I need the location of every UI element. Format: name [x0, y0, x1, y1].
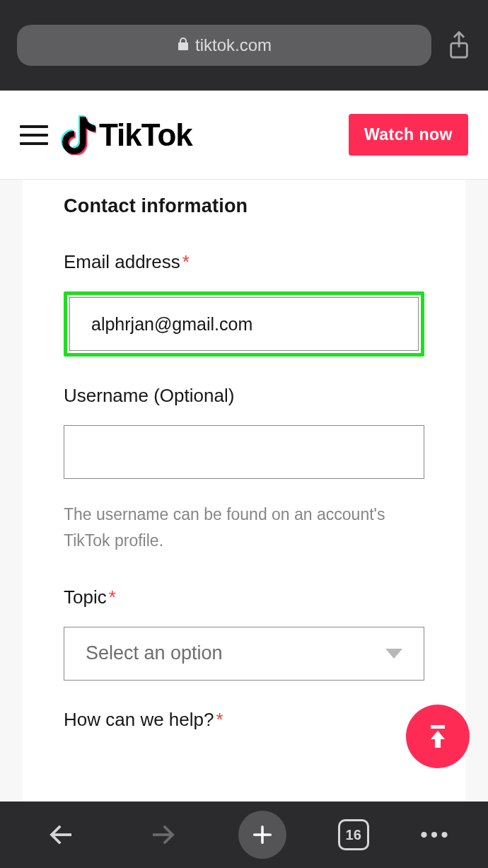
topic-field-group: Topic* Select an option — [64, 586, 424, 681]
lock-icon — [177, 37, 190, 54]
help-label: How can we help?* — [64, 709, 424, 731]
plus-icon — [250, 823, 274, 847]
url-host: tiktok.com — [195, 35, 272, 55]
arrow-left-icon — [47, 820, 76, 850]
email-label: Email address* — [64, 251, 424, 273]
username-input[interactable] — [64, 425, 424, 479]
more-button[interactable]: ••• — [420, 823, 451, 847]
username-hint: The username can be found on an account'… — [64, 502, 424, 554]
arrow-top-icon — [424, 721, 452, 752]
help-field-group: How can we help?* — [64, 709, 424, 731]
back-button[interactable] — [37, 810, 86, 860]
username-label: Username (Optional) — [64, 385, 424, 407]
watch-now-button[interactable]: Watch now — [349, 114, 468, 156]
scroll-top-fab[interactable] — [406, 705, 470, 768]
section-title: Contact information — [64, 195, 424, 217]
required-asterisk: * — [109, 586, 116, 608]
tabs-button[interactable]: 16 — [338, 819, 369, 850]
tiktok-note-icon — [61, 115, 96, 155]
hamburger-icon[interactable] — [20, 120, 48, 151]
topic-placeholder: Select an option — [86, 642, 223, 664]
email-highlight-box — [64, 291, 424, 357]
svg-rect-1 — [431, 725, 445, 729]
required-asterisk: * — [182, 251, 190, 272]
url-bar[interactable]: tiktok.com — [17, 25, 431, 66]
share-icon[interactable] — [447, 31, 471, 59]
browser-top-bar: tiktok.com — [0, 0, 488, 91]
app-header: TikTok Watch now — [0, 91, 488, 180]
tabs-count: 16 — [346, 827, 361, 843]
arrow-right-icon — [148, 820, 178, 850]
topic-label: Topic* — [64, 586, 424, 608]
browser-bottom-bar: 16 ••• — [0, 802, 488, 868]
dots-icon: ••• — [420, 823, 451, 846]
tiktok-logo[interactable]: TikTok — [61, 115, 192, 155]
topic-select[interactable]: Select an option — [64, 627, 424, 681]
email-field-group: Email address* — [64, 251, 424, 357]
required-asterisk: * — [216, 709, 223, 730]
content-area: Contact information Email address* Usern… — [0, 180, 488, 802]
form-card: Contact information Email address* Usern… — [23, 180, 465, 802]
username-field-group: Username (Optional) — [64, 385, 424, 479]
chevron-down-icon — [385, 649, 402, 659]
new-tab-button[interactable] — [238, 811, 286, 859]
email-input[interactable] — [69, 297, 419, 351]
forward-button[interactable] — [138, 810, 187, 860]
tiktok-wordmark: TikTok — [99, 117, 192, 153]
